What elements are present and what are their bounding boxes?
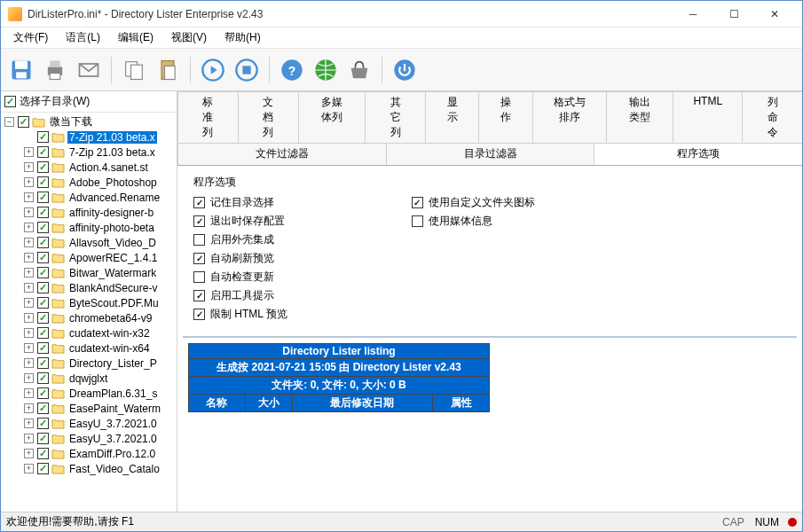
tree-checkbox[interactable] [37, 146, 49, 158]
mail-button[interactable] [74, 55, 104, 85]
tree-item[interactable]: +Fast_Video_Catalo [1, 461, 177, 476]
tree-checkbox[interactable] [37, 207, 49, 218]
tree-item[interactable]: +EasyU_3.7.2021.0 [1, 416, 177, 431]
close-button[interactable]: ✕ [754, 1, 795, 27]
menu-edit[interactable]: 编辑(E) [109, 27, 162, 48]
basket-button[interactable] [344, 55, 374, 85]
expand-icon[interactable]: + [24, 419, 34, 428]
tree-checkbox[interactable] [37, 297, 49, 309]
option-checkbox[interactable] [193, 290, 205, 301]
option-row[interactable]: 自动检查更新 [193, 270, 287, 285]
tree-item[interactable]: +cudatext-win-x64 [1, 340, 177, 356]
expand-icon[interactable]: + [24, 328, 34, 338]
expand-icon[interactable]: + [24, 207, 34, 217]
paste-button[interactable] [153, 55, 183, 85]
expand-icon[interactable]: + [24, 449, 34, 458]
option-checkbox[interactable] [193, 309, 205, 320]
tab[interactable]: 标准列 [177, 91, 239, 143]
menu-language[interactable]: 语言(L) [57, 27, 109, 48]
option-row[interactable]: 使用媒体信息 [412, 214, 535, 229]
collapse-icon[interactable]: − [4, 117, 14, 127]
tree-item[interactable]: +Adobe_Photoshop [1, 175, 177, 190]
option-checkbox[interactable] [193, 197, 205, 208]
tree-checkbox[interactable] [37, 312, 49, 324]
tree-item[interactable]: +DreamPlan.6.31_s [1, 386, 177, 401]
tab[interactable]: 其它列 [365, 91, 426, 143]
option-row[interactable]: 启用外壳集成 [193, 232, 287, 247]
tree-item[interactable]: +EasyU_3.7.2021.0 [1, 431, 177, 446]
tab[interactable]: 目录过滤器 [386, 143, 595, 165]
menu-view[interactable]: 视图(V) [162, 27, 216, 48]
tree-item[interactable]: +Bitwar_Watermark [1, 265, 177, 280]
tree-item[interactable]: +BlankAndSecure-v [1, 280, 177, 295]
expand-icon[interactable]: + [24, 177, 34, 187]
print-button[interactable] [40, 55, 70, 85]
tree-item[interactable]: +affinity-designer-b [1, 205, 177, 220]
option-checkbox[interactable] [193, 234, 205, 246]
option-row[interactable]: 自动刷新预览 [193, 251, 287, 266]
option-checkbox[interactable] [193, 215, 205, 227]
expand-icon[interactable]: + [24, 373, 34, 383]
expand-icon[interactable]: + [24, 343, 34, 353]
tree-checkbox[interactable] [37, 387, 49, 399]
tree-checkbox[interactable] [37, 237, 49, 248]
tree-item[interactable]: +ApowerREC_1.4.1 [1, 250, 177, 265]
tab[interactable]: 列命令 [742, 91, 802, 143]
tree-item[interactable]: +cudatext-win-x32 [1, 325, 177, 340]
tree-item[interactable]: +dqwjglxt [1, 371, 177, 386]
tree-checkbox[interactable] [37, 357, 49, 369]
menu-help[interactable]: 帮助(H) [216, 27, 270, 48]
tab[interactable]: 格式与排序 [532, 91, 607, 143]
expand-icon[interactable]: + [24, 298, 34, 308]
web-button[interactable] [311, 55, 341, 85]
expand-icon[interactable]: + [24, 238, 34, 247]
tab[interactable]: 显示 [425, 91, 479, 143]
option-row[interactable]: 退出时保存配置 [193, 214, 287, 229]
expand-icon[interactable]: + [24, 253, 34, 262]
expand-icon[interactable]: + [24, 283, 34, 293]
folder-tree[interactable]: −微当下载7-Zip 21.03 beta.x+7-Zip 21.03 beta… [1, 113, 177, 512]
tree-item[interactable]: +Advanced.Rename [1, 190, 177, 205]
copy-button[interactable] [119, 55, 149, 85]
select-all-checkbox[interactable] [4, 96, 16, 107]
expand-icon[interactable]: + [24, 192, 34, 202]
tree-checkbox[interactable] [37, 372, 49, 384]
tree-item[interactable]: +affinity-photo-beta [1, 220, 177, 235]
expand-icon[interactable]: + [24, 434, 34, 443]
tree-checkbox[interactable] [37, 161, 49, 173]
tree-checkbox[interactable] [37, 433, 49, 444]
tree-checkbox[interactable] [37, 403, 49, 414]
tab[interactable]: 文件过滤器 [177, 143, 387, 165]
expand-icon[interactable]: + [24, 403, 34, 413]
tree-checkbox[interactable] [37, 342, 49, 354]
tree-checkbox[interactable] [37, 252, 49, 263]
option-checkbox[interactable] [193, 253, 205, 264]
option-checkbox[interactable] [412, 215, 423, 227]
tab[interactable]: 程序选项 [594, 143, 802, 165]
tree-checkbox[interactable] [37, 192, 49, 203]
menu-file[interactable]: 文件(F) [4, 27, 57, 48]
tree-checkbox[interactable] [37, 463, 49, 474]
expand-icon[interactable]: + [24, 147, 34, 157]
tree-item[interactable]: +chromebeta64-v9 [1, 310, 177, 325]
tab[interactable]: 输出类型 [606, 91, 674, 143]
expand-icon[interactable]: + [24, 223, 34, 232]
expand-icon[interactable] [24, 132, 34, 142]
tree-item[interactable]: +Allavsoft_Video_D [1, 235, 177, 250]
tree-item[interactable]: +Action.4.sanet.st [1, 160, 177, 175]
option-row[interactable]: 启用工具提示 [193, 288, 287, 303]
tree-checkbox[interactable] [37, 176, 49, 188]
tree-root[interactable]: −微当下载 [1, 114, 177, 129]
tree-checkbox[interactable] [37, 282, 49, 293]
tree-checkbox[interactable] [18, 116, 29, 128]
tab[interactable]: 操作 [478, 91, 532, 143]
tree-checkbox[interactable] [37, 418, 49, 429]
option-row[interactable]: 使用自定义文件夹图标 [412, 195, 535, 210]
tree-checkbox[interactable] [37, 267, 49, 278]
option-row[interactable]: 记住目录选择 [193, 195, 287, 210]
stop-button[interactable] [232, 55, 262, 85]
tree-item[interactable]: +7-Zip 21.03 beta.x [1, 145, 177, 160]
expand-icon[interactable]: + [24, 313, 34, 323]
help-button[interactable]: ? [277, 55, 307, 85]
expand-icon[interactable]: + [24, 464, 34, 473]
